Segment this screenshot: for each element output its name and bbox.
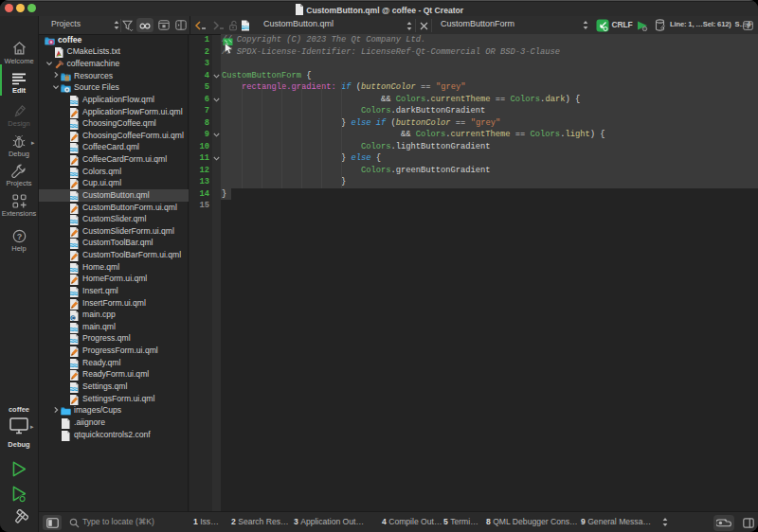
svg-text:?: ? (16, 232, 22, 241)
svg-text:C: C (71, 315, 75, 321)
